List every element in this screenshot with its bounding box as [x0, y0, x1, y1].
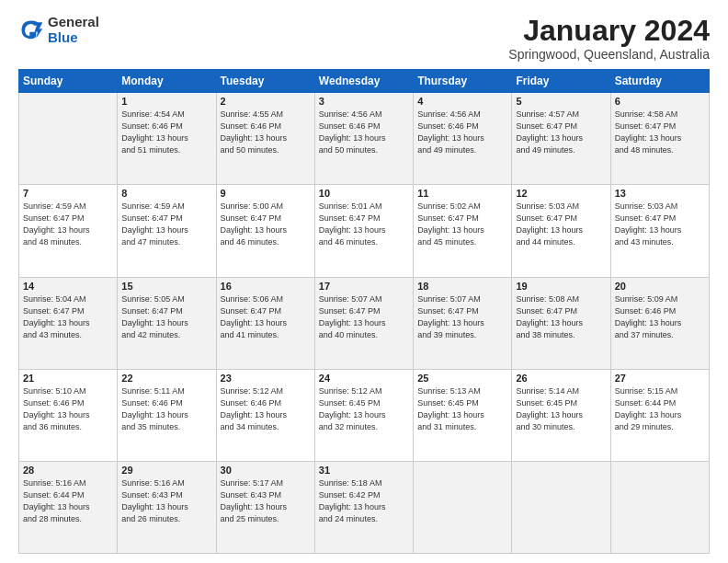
header-sunday: Sunday: [19, 70, 118, 93]
day-info: Sunrise: 5:02 AMSunset: 6:47 PMDaylight:…: [417, 201, 507, 248]
calendar-cell: 9Sunrise: 5:00 AMSunset: 6:47 PMDaylight…: [216, 185, 314, 277]
calendar-week-row: 14Sunrise: 5:04 AMSunset: 6:47 PMDayligh…: [19, 277, 710, 369]
day-number: 31: [319, 465, 409, 476]
day-number: 1: [121, 96, 211, 107]
month-title: January 2024: [508, 15, 710, 47]
calendar-cell: 28Sunrise: 5:16 AMSunset: 6:44 PMDayligh…: [19, 461, 118, 553]
day-info: Sunrise: 5:12 AMSunset: 6:46 PMDaylight:…: [221, 385, 311, 433]
calendar-cell: 3Sunrise: 4:56 AMSunset: 6:46 PMDaylight…: [314, 93, 413, 185]
calendar-cell: [414, 461, 512, 553]
header-saturday: Saturday: [610, 70, 709, 93]
day-number: 24: [319, 373, 409, 384]
calendar-table: Sunday Monday Tuesday Wednesday Thursday…: [18, 69, 710, 554]
day-number: 23: [221, 373, 311, 384]
day-number: 29: [121, 465, 211, 476]
day-info: Sunrise: 4:56 AMSunset: 6:46 PMDaylight:…: [417, 109, 507, 156]
day-number: 21: [23, 373, 113, 384]
day-number: 16: [221, 281, 311, 292]
calendar-cell: 4Sunrise: 4:56 AMSunset: 6:46 PMDaylight…: [414, 93, 512, 185]
day-number: 7: [23, 188, 113, 199]
day-number: 14: [23, 281, 113, 292]
calendar-cell: 11Sunrise: 5:02 AMSunset: 6:47 PMDayligh…: [414, 185, 512, 277]
calendar-cell: 25Sunrise: 5:13 AMSunset: 6:45 PMDayligh…: [414, 369, 512, 461]
header-thursday: Thursday: [414, 70, 512, 93]
day-info: Sunrise: 5:13 AMSunset: 6:45 PMDaylight:…: [417, 385, 507, 433]
day-number: 5: [516, 96, 606, 107]
day-number: 17: [319, 281, 409, 292]
title-block: January 2024 Springwood, Queensland, Aus…: [508, 15, 710, 62]
calendar-cell: 22Sunrise: 5:11 AMSunset: 6:46 PMDayligh…: [118, 369, 216, 461]
calendar-cell: 5Sunrise: 4:57 AMSunset: 6:47 PMDaylight…: [512, 93, 610, 185]
day-info: Sunrise: 5:16 AMSunset: 6:43 PMDaylight:…: [121, 477, 211, 525]
day-info: Sunrise: 4:59 AMSunset: 6:47 PMDaylight:…: [23, 201, 113, 248]
calendar-cell: 31Sunrise: 5:18 AMSunset: 6:42 PMDayligh…: [314, 461, 413, 553]
day-info: Sunrise: 5:00 AMSunset: 6:47 PMDaylight:…: [221, 201, 311, 248]
day-number: 9: [221, 188, 311, 199]
calendar-cell: 17Sunrise: 5:07 AMSunset: 6:47 PMDayligh…: [314, 277, 413, 369]
day-info: Sunrise: 5:04 AMSunset: 6:47 PMDaylight:…: [23, 293, 113, 341]
day-info: Sunrise: 5:14 AMSunset: 6:45 PMDaylight:…: [516, 385, 606, 433]
calendar-cell: 15Sunrise: 5:05 AMSunset: 6:47 PMDayligh…: [118, 277, 216, 369]
calendar-cell: 29Sunrise: 5:16 AMSunset: 6:43 PMDayligh…: [118, 461, 216, 553]
weekday-header-row: Sunday Monday Tuesday Wednesday Thursday…: [19, 70, 710, 93]
calendar-cell: 12Sunrise: 5:03 AMSunset: 6:47 PMDayligh…: [512, 185, 610, 277]
day-info: Sunrise: 5:12 AMSunset: 6:45 PMDaylight:…: [319, 385, 409, 433]
calendar-cell: 8Sunrise: 4:59 AMSunset: 6:47 PMDaylight…: [118, 185, 216, 277]
header: General Blue January 2024 Springwood, Qu…: [18, 15, 710, 62]
calendar-cell: 26Sunrise: 5:14 AMSunset: 6:45 PMDayligh…: [512, 369, 610, 461]
calendar-cell: 16Sunrise: 5:06 AMSunset: 6:47 PMDayligh…: [216, 277, 314, 369]
day-number: 25: [417, 373, 507, 384]
day-number: 12: [516, 188, 606, 199]
calendar-cell: [610, 461, 709, 553]
calendar-cell: 1Sunrise: 4:54 AMSunset: 6:46 PMDaylight…: [118, 93, 216, 185]
calendar-week-row: 21Sunrise: 5:10 AMSunset: 6:46 PMDayligh…: [19, 369, 710, 461]
header-friday: Friday: [512, 70, 610, 93]
day-number: 22: [121, 373, 211, 384]
day-number: 28: [23, 465, 113, 476]
calendar-cell: 23Sunrise: 5:12 AMSunset: 6:46 PMDayligh…: [216, 369, 314, 461]
logo-text: General Blue: [48, 15, 99, 45]
day-number: 2: [221, 96, 311, 107]
logo-blue: Blue: [48, 30, 99, 46]
calendar-cell: 2Sunrise: 4:55 AMSunset: 6:46 PMDaylight…: [216, 93, 314, 185]
day-number: 4: [417, 96, 507, 107]
day-number: 19: [516, 281, 606, 292]
calendar-cell: 20Sunrise: 5:09 AMSunset: 6:46 PMDayligh…: [610, 277, 709, 369]
day-number: 6: [615, 96, 705, 107]
calendar-cell: 24Sunrise: 5:12 AMSunset: 6:45 PMDayligh…: [314, 369, 413, 461]
day-info: Sunrise: 4:55 AMSunset: 6:46 PMDaylight:…: [221, 109, 311, 156]
day-number: 20: [615, 281, 705, 292]
day-info: Sunrise: 4:58 AMSunset: 6:47 PMDaylight:…: [615, 109, 705, 156]
calendar-cell: 6Sunrise: 4:58 AMSunset: 6:47 PMDaylight…: [610, 93, 709, 185]
day-number: 18: [417, 281, 507, 292]
day-number: 30: [221, 465, 311, 476]
logo-general: General: [48, 15, 99, 30]
day-number: 27: [615, 373, 705, 384]
day-info: Sunrise: 4:56 AMSunset: 6:46 PMDaylight:…: [319, 109, 409, 156]
day-info: Sunrise: 5:09 AMSunset: 6:46 PMDaylight:…: [615, 293, 705, 341]
day-number: 15: [121, 281, 211, 292]
day-number: 10: [319, 188, 409, 199]
header-tuesday: Tuesday: [216, 70, 314, 93]
location-subtitle: Springwood, Queensland, Australia: [508, 47, 710, 62]
calendar-cell: 14Sunrise: 5:04 AMSunset: 6:47 PMDayligh…: [19, 277, 118, 369]
header-monday: Monday: [118, 70, 216, 93]
calendar-week-row: 7Sunrise: 4:59 AMSunset: 6:47 PMDaylight…: [19, 185, 710, 277]
calendar-cell: 27Sunrise: 5:15 AMSunset: 6:44 PMDayligh…: [610, 369, 709, 461]
logo-icon: [18, 17, 44, 43]
day-info: Sunrise: 5:16 AMSunset: 6:44 PMDaylight:…: [23, 477, 113, 525]
day-info: Sunrise: 4:59 AMSunset: 6:47 PMDaylight:…: [121, 201, 211, 248]
day-number: 3: [319, 96, 409, 107]
logo: General Blue: [18, 15, 99, 45]
calendar-cell: 10Sunrise: 5:01 AMSunset: 6:47 PMDayligh…: [314, 185, 413, 277]
calendar-cell: [512, 461, 610, 553]
day-number: 13: [615, 188, 705, 199]
day-info: Sunrise: 5:08 AMSunset: 6:47 PMDaylight:…: [516, 293, 606, 341]
calendar-cell: 19Sunrise: 5:08 AMSunset: 6:47 PMDayligh…: [512, 277, 610, 369]
page: General Blue January 2024 Springwood, Qu…: [0, 0, 728, 563]
day-number: 8: [121, 188, 211, 199]
day-info: Sunrise: 5:18 AMSunset: 6:42 PMDaylight:…: [319, 477, 409, 525]
calendar-cell: 30Sunrise: 5:17 AMSunset: 6:43 PMDayligh…: [216, 461, 314, 553]
header-wednesday: Wednesday: [314, 70, 413, 93]
day-info: Sunrise: 5:15 AMSunset: 6:44 PMDaylight:…: [615, 385, 705, 433]
